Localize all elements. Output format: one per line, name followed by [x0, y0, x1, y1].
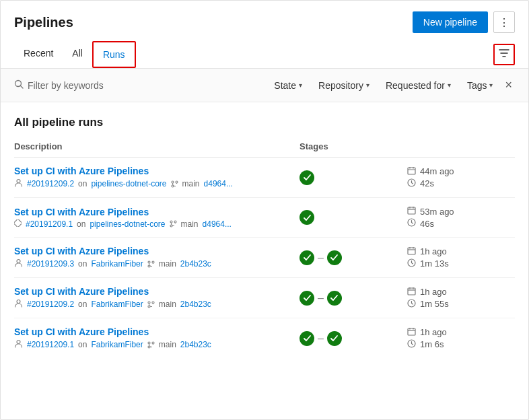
repository-chevron-icon: ▾: [366, 81, 369, 89]
keyword-placeholder: Filter by keywords: [28, 80, 104, 91]
pipeline-info: Set up CI with Azure Pipelines #20191209…: [14, 246, 299, 269]
pipeline-meta: #20191209.1 on pipelines-dotnet-core mai…: [14, 219, 299, 229]
more-options-button[interactable]: ⋮: [493, 11, 515, 33]
branch-name: main: [159, 300, 176, 309]
new-pipeline-button[interactable]: New pipeline: [413, 11, 488, 33]
filter-bar: Filter by keywords State ▾ Repository ▾ …: [1, 69, 528, 102]
filter-icon: [499, 48, 509, 61]
pipeline-info: Set up CI with Azure Pipelines #20191209…: [14, 207, 299, 229]
table-row: Set up CI with Azure Pipelines #20191209…: [14, 278, 515, 318]
time-ago-row: 1h ago: [407, 287, 515, 298]
svg-point-13: [170, 221, 172, 223]
pipeline-info: Set up CI with Azure Pipelines #20191209…: [14, 166, 299, 189]
branch-name: main: [159, 259, 176, 269]
stage-success-icon: [299, 210, 314, 225]
meta-on: on: [78, 340, 87, 349]
svg-point-24: [152, 261, 154, 263]
pipeline-info: Set up CI with Azure Pipelines #20191209…: [14, 286, 299, 310]
pipeline-title[interactable]: Set up CI with Azure Pipelines: [14, 326, 299, 337]
svg-point-34: [152, 302, 154, 304]
tags-filter-dropdown[interactable]: Tags ▾: [460, 77, 500, 94]
branch-name: main: [181, 219, 199, 229]
requested-for-filter-label: Requested for: [386, 80, 445, 91]
commit-hash[interactable]: 2b4b23c: [180, 340, 211, 349]
time-column: 1h ago 1m 55s: [407, 287, 515, 310]
svg-point-43: [148, 342, 150, 344]
stages-column: –: [299, 250, 407, 265]
keyword-filter[interactable]: Filter by keywords: [14, 79, 264, 91]
branch-name: main: [159, 340, 176, 349]
state-filter-dropdown[interactable]: State ▾: [267, 77, 309, 94]
table-row: Set up CI with Azure Pipelines #20191209…: [14, 318, 515, 358]
stage-success-icon: [299, 291, 314, 306]
pipeline-title[interactable]: Set up CI with Azure Pipelines: [14, 286, 299, 297]
filter-close-button[interactable]: ×: [502, 75, 515, 95]
calendar-icon: [407, 206, 416, 217]
clock-icon: [407, 178, 416, 189]
filter-toggle-button[interactable]: [493, 44, 515, 65]
stage-success-icon: [327, 331, 342, 346]
svg-point-33: [148, 302, 150, 304]
duration: 46s: [420, 219, 434, 229]
pipeline-meta: #20191209.2 on pipelines-dotnet-core mai…: [14, 178, 299, 189]
clock-icon: [407, 299, 416, 310]
stages-column: –: [299, 331, 407, 346]
tab-recent[interactable]: Recent: [14, 41, 63, 68]
svg-point-3: [172, 181, 174, 183]
repo-link[interactable]: pipelines-dotnet-core: [90, 219, 165, 229]
repo-link[interactable]: FabrikamFiber: [91, 340, 143, 349]
clock-icon: [407, 258, 416, 269]
duration: 42s: [420, 178, 434, 188]
tab-all[interactable]: All: [63, 41, 92, 68]
repository-filter-label: Repository: [318, 80, 363, 91]
stage-success-icon: [299, 250, 314, 265]
pipeline-meta: #20191209.2 on FabrikamFiber main 2b4b23…: [14, 299, 299, 310]
time-ago: 1h ago: [420, 246, 447, 256]
time-ago: 44m ago: [420, 166, 454, 176]
user-icon: [14, 299, 23, 310]
pipeline-title[interactable]: Set up CI with Azure Pipelines: [14, 207, 299, 217]
svg-rect-27: [408, 248, 415, 254]
run-id[interactable]: #20191209.1: [27, 340, 74, 349]
svg-rect-47: [408, 328, 415, 335]
duration-row: 42s: [407, 178, 515, 189]
svg-rect-12: [14, 219, 22, 227]
run-id[interactable]: #20191209.2: [27, 300, 74, 309]
svg-point-44: [152, 342, 154, 344]
svg-point-32: [17, 300, 20, 304]
duration-row: 46s: [407, 218, 515, 229]
commit-hash[interactable]: d4964...: [204, 179, 233, 188]
svg-point-23: [148, 261, 150, 263]
table-row: Set up CI with Azure Pipelines #20191209…: [14, 198, 515, 238]
commit-hash[interactable]: d4964...: [203, 219, 232, 229]
svg-point-2: [17, 180, 20, 183]
branch-icon: [147, 341, 155, 349]
repo-link[interactable]: FabrikamFiber: [91, 259, 143, 269]
time-ago: 53m ago: [420, 207, 454, 217]
stages-column: [299, 170, 407, 185]
state-filter-label: State: [274, 80, 296, 91]
pipeline-title[interactable]: Set up CI with Azure Pipelines: [14, 246, 299, 256]
requested-for-chevron-icon: ▾: [448, 81, 451, 89]
pipeline-info: Set up CI with Azure Pipelines #20191209…: [14, 326, 299, 350]
pipeline-title[interactable]: Set up CI with Azure Pipelines: [14, 166, 299, 176]
section-title: All pipeline runs: [14, 116, 515, 129]
tab-runs[interactable]: Runs: [92, 41, 136, 68]
repo-link[interactable]: pipelines-dotnet-core: [91, 179, 166, 188]
stage-success-icon: [299, 331, 314, 346]
repository-filter-dropdown[interactable]: Repository ▾: [312, 77, 376, 94]
filter-keyword-icon: [14, 79, 24, 91]
svg-rect-7: [408, 168, 415, 174]
time-ago-row: 53m ago: [407, 206, 515, 217]
clock-icon: [407, 218, 416, 229]
tags-chevron-icon: ▾: [489, 81, 493, 89]
requested-for-filter-dropdown[interactable]: Requested for ▾: [379, 77, 458, 94]
column-header-description: Description: [14, 141, 299, 151]
run-id[interactable]: #20191209.2: [27, 179, 74, 188]
run-id[interactable]: #20191209.3: [27, 259, 74, 269]
commit-hash[interactable]: 2b4b23c: [180, 259, 211, 269]
run-id[interactable]: #20191209.1: [26, 219, 73, 229]
stage-success-icon: [299, 170, 314, 185]
repo-link[interactable]: FabrikamFiber: [91, 300, 143, 309]
commit-hash[interactable]: 2b4b23c: [180, 300, 211, 309]
